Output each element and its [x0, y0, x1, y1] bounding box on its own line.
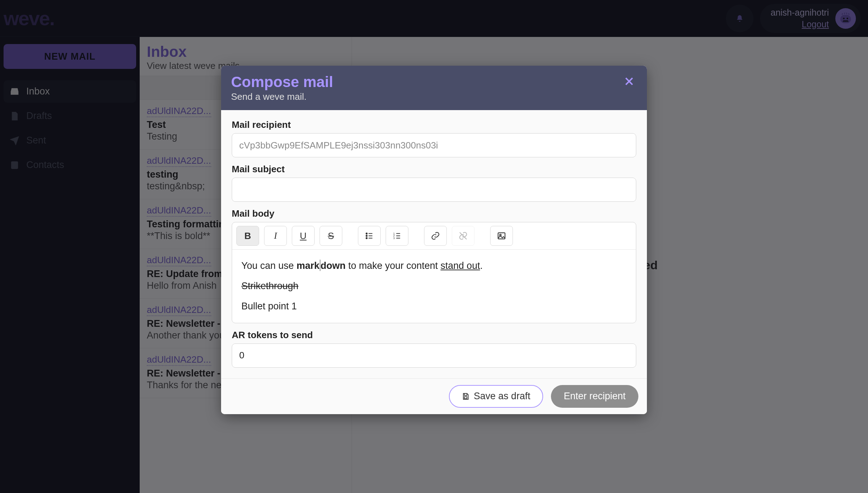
- tokens-input[interactable]: [232, 343, 636, 368]
- field-tokens: AR tokens to send: [232, 330, 636, 368]
- submit-button[interactable]: Enter recipient: [551, 385, 638, 408]
- rich-text-editor: B I U S 123: [232, 222, 636, 323]
- svg-rect-11: [498, 233, 505, 239]
- subject-label: Mail subject: [232, 164, 636, 175]
- svg-point-7: [366, 238, 367, 239]
- modal-overlay[interactable]: Compose mail Send a weve mail. Mail reci…: [0, 0, 868, 493]
- link-button[interactable]: [424, 226, 447, 246]
- body-text: .: [480, 260, 483, 271]
- body-text: You can use: [241, 260, 296, 271]
- save-draft-label: Save as draft: [474, 391, 530, 402]
- text-caret: [320, 260, 320, 271]
- ordered-list-button[interactable]: 123: [386, 226, 408, 246]
- field-body: Mail body B I U S 123: [232, 208, 636, 323]
- unlink-icon: [459, 231, 468, 240]
- link-icon: [431, 231, 440, 240]
- body-label: Mail body: [232, 208, 636, 219]
- recipient-input[interactable]: [232, 133, 636, 157]
- editor-toolbar: B I U S 123: [232, 222, 636, 250]
- modal-header: Compose mail Send a weve mail.: [221, 66, 647, 110]
- svg-point-5: [366, 233, 367, 234]
- italic-button[interactable]: I: [264, 226, 287, 246]
- bullet-list-icon: [365, 231, 374, 240]
- body-text: Strikethrough: [241, 281, 299, 291]
- body-text: stand out: [440, 260, 480, 271]
- modal-close-button[interactable]: [621, 74, 637, 89]
- subject-input[interactable]: [232, 178, 636, 202]
- save-draft-button[interactable]: Save as draft: [449, 385, 543, 408]
- body-text: mark: [296, 260, 320, 271]
- save-icon: [462, 392, 470, 400]
- strike-button[interactable]: S: [320, 226, 342, 246]
- body-text: Bullet point 1: [241, 301, 297, 311]
- field-recipient: Mail recipient: [232, 119, 636, 157]
- field-subject: Mail subject: [232, 164, 636, 202]
- modal-subtitle: Send a weve mail.: [231, 91, 333, 102]
- svg-text:3: 3: [393, 237, 395, 240]
- bullet-list-button[interactable]: [358, 226, 381, 246]
- bold-button[interactable]: B: [236, 226, 259, 246]
- compose-modal: Compose mail Send a weve mail. Mail reci…: [221, 66, 647, 414]
- svg-point-6: [366, 235, 367, 236]
- underline-button[interactable]: U: [292, 226, 315, 246]
- body-text: down: [321, 260, 345, 271]
- close-icon: [623, 76, 635, 87]
- modal-title: Compose mail: [231, 74, 333, 91]
- unlink-button: [452, 226, 475, 246]
- submit-label: Enter recipient: [564, 391, 626, 402]
- svg-rect-13: [464, 396, 467, 399]
- recipient-label: Mail recipient: [232, 119, 636, 130]
- body-text: to make your content: [345, 260, 440, 271]
- editor-content[interactable]: You can use markdown to make your conten…: [232, 250, 636, 323]
- tokens-label: AR tokens to send: [232, 330, 636, 341]
- image-icon: [497, 231, 506, 240]
- ordered-list-icon: 123: [392, 231, 402, 240]
- modal-footer: Save as draft Enter recipient: [221, 378, 647, 414]
- image-button[interactable]: [490, 226, 513, 246]
